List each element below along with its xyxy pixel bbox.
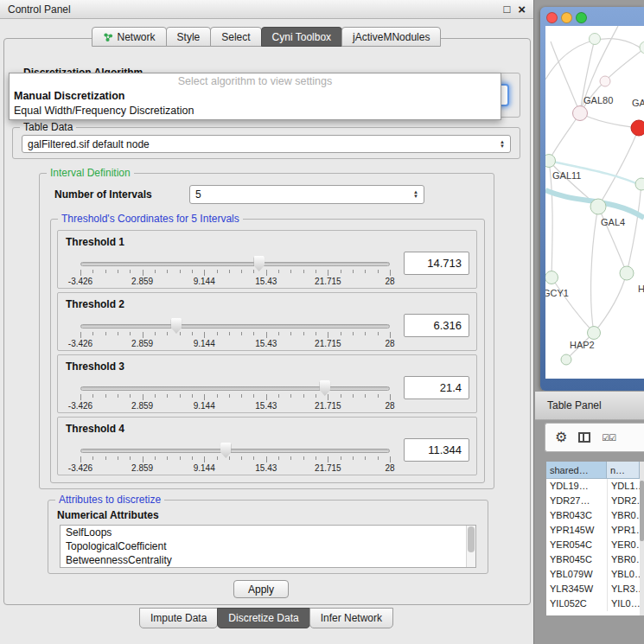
threshold-panel-threshold-3: Threshold 3-3.4262.8599.14415.4321.71528… bbox=[57, 354, 477, 413]
slider-ticks bbox=[80, 394, 390, 401]
settings-gear-icon[interactable]: ⚙ bbox=[555, 430, 567, 444]
table-panel-title: Table Panel bbox=[547, 399, 602, 411]
tick-mark bbox=[253, 456, 254, 460]
slider-track bbox=[80, 324, 390, 328]
tick-mark bbox=[167, 332, 168, 335]
float-window-icon[interactable]: □ bbox=[503, 3, 510, 16]
list-scrollbar-thumb[interactable] bbox=[468, 526, 475, 552]
network-edge bbox=[594, 273, 627, 333]
tick-mark bbox=[130, 394, 131, 398]
column-header-name[interactable]: n… bbox=[607, 462, 640, 479]
network-node-gal80[interactable] bbox=[573, 106, 588, 121]
network-node-h[interactable] bbox=[620, 266, 634, 280]
threshold-value-field[interactable]: 21.4 bbox=[404, 376, 469, 399]
table-row[interactable]: YPR145WYPR1… bbox=[546, 523, 644, 538]
table-row[interactable]: YBR043CYBR0… bbox=[546, 508, 644, 523]
tab-style[interactable]: Style bbox=[166, 27, 212, 47]
close-window-icon[interactable]: × bbox=[518, 3, 526, 16]
axis-label: 2.859 bbox=[131, 277, 153, 286]
network-view-window: GAL80GAGAL11GAL4GCY1HHAP2 bbox=[540, 7, 644, 391]
network-node-gal4[interactable] bbox=[590, 199, 606, 214]
table-row[interactable]: YDL19…YDL1… bbox=[546, 479, 644, 494]
tick-mark bbox=[204, 332, 205, 338]
tick-mark bbox=[341, 332, 341, 335]
tick-mark bbox=[328, 270, 328, 276]
tab-jactivemnodules[interactable]: jActiveMNodules bbox=[341, 27, 441, 47]
tick-mark bbox=[105, 270, 106, 273]
cell-shared-name: YPR145W bbox=[546, 523, 607, 538]
network-edge bbox=[549, 113, 580, 161]
table-data-combobox[interactable]: galFiltered.sif default node ▲▼ bbox=[22, 135, 511, 153]
network-node[interactable] bbox=[600, 76, 610, 86]
axis-label: 9.144 bbox=[194, 339, 215, 348]
tab-infer-network[interactable]: Infer Network bbox=[309, 608, 393, 628]
table-row[interactable]: YIL052CYIL0… bbox=[546, 596, 644, 611]
attribute-list-item[interactable]: BetweennessCentrality bbox=[61, 553, 475, 567]
tab-select[interactable]: Select bbox=[210, 27, 261, 47]
slider-ticks bbox=[80, 456, 390, 463]
table-header-row: shared… n… bbox=[546, 462, 644, 479]
network-canvas[interactable]: GAL80GAGAL11GAL4GCY1HHAP2 bbox=[545, 26, 644, 379]
mac-minimize-button[interactable] bbox=[561, 12, 572, 23]
threshold-value-field[interactable]: 6.316 bbox=[404, 314, 469, 337]
tick-mark bbox=[229, 332, 230, 335]
number-of-intervals-combobox[interactable]: 5 ▲▼ bbox=[189, 185, 424, 204]
tick-mark bbox=[229, 456, 230, 460]
tick-mark bbox=[390, 270, 391, 276]
tab-discretize-data[interactable]: Discretize Data bbox=[217, 608, 309, 628]
column-visibility-icon[interactable] bbox=[578, 432, 590, 443]
network-node-gcy1[interactable] bbox=[545, 271, 558, 284]
table-row[interactable]: YDR27…YDR2… bbox=[546, 494, 644, 508]
tick-mark bbox=[241, 270, 242, 273]
network-node-ga[interactable] bbox=[631, 120, 644, 136]
table-row[interactable]: YBL079WYBL0… bbox=[546, 567, 644, 582]
network-node[interactable] bbox=[561, 354, 571, 365]
tick-mark bbox=[365, 394, 366, 398]
slider-track bbox=[80, 262, 390, 266]
cell-name: YDR2… bbox=[607, 494, 640, 508]
threshold-slider[interactable]: -3.4262.8599.14415.4321.71528 bbox=[80, 231, 390, 290]
attribute-list-item[interactable]: TopologicalCoefficient bbox=[61, 539, 475, 553]
apply-button[interactable]: Apply bbox=[233, 580, 289, 598]
threshold-value-field[interactable]: 11.344 bbox=[404, 438, 469, 462]
attribute-list-item[interactable]: SelfLoops bbox=[61, 526, 475, 539]
network-icon bbox=[103, 32, 113, 42]
threshold-slider[interactable]: -3.4262.8599.14415.4321.71528 bbox=[80, 293, 390, 352]
table-scrollbar[interactable] bbox=[640, 462, 644, 615]
row-select-icon[interactable]: ☑☑ bbox=[602, 433, 615, 443]
mac-zoom-button[interactable] bbox=[576, 12, 587, 23]
tick-mark bbox=[341, 456, 341, 460]
network-node[interactable] bbox=[590, 34, 601, 45]
threshold-slider[interactable]: -3.4262.8599.14415.4321.71528 bbox=[80, 355, 390, 414]
tick-mark bbox=[290, 456, 291, 460]
tick-mark bbox=[290, 332, 291, 335]
table-scrollbar-thumb[interactable] bbox=[640, 481, 644, 541]
slider-axis-labels: -3.4262.8599.14415.4321.71528 bbox=[80, 277, 390, 287]
table-row[interactable]: YER054CYER0… bbox=[546, 538, 644, 552]
tab-impute-data[interactable]: Impute Data bbox=[139, 608, 218, 628]
network-node[interactable] bbox=[635, 178, 644, 190]
tick-mark bbox=[353, 270, 354, 273]
network-node-hap2[interactable] bbox=[588, 327, 601, 340]
dropdown-item-select-algorithm-to-view-setti[interactable]: Select algorithm to view settings bbox=[10, 74, 501, 89]
table-row[interactable]: YLR345WYLR3… bbox=[546, 582, 644, 596]
mac-close-button[interactable] bbox=[546, 12, 558, 23]
threshold-value-field[interactable]: 14.713 bbox=[404, 252, 469, 275]
table-row[interactable]: YBR045CYBR0… bbox=[546, 552, 644, 567]
tab-network[interactable]: Network bbox=[92, 27, 167, 47]
dropdown-item-equal-width-frequency-discreti[interactable]: Equal Width/Frequency Discretization bbox=[10, 104, 501, 118]
cell-name: YIL0… bbox=[607, 596, 640, 611]
tick-mark bbox=[118, 332, 118, 335]
tick-mark bbox=[241, 456, 242, 460]
dropdown-item-manual-discretization[interactable]: Manual Discretization bbox=[10, 89, 501, 104]
column-header-shared-name[interactable]: shared… bbox=[546, 462, 607, 479]
list-scrollbar[interactable] bbox=[466, 526, 475, 567]
threshold-slider[interactable]: -3.4262.8599.14415.4321.71528 bbox=[80, 418, 390, 476]
cell-shared-name: YBR043C bbox=[546, 508, 607, 523]
numerical-attributes-list[interactable]: SelfLoopsTopologicalCoefficientBetweenne… bbox=[60, 525, 476, 568]
tick-mark bbox=[105, 332, 106, 335]
tab-cyni-toolbox[interactable]: Cyni Toolbox bbox=[261, 27, 342, 47]
axis-label: 28 bbox=[385, 277, 394, 286]
axis-label: -3.426 bbox=[68, 463, 92, 473]
network-node-gal11[interactable] bbox=[545, 155, 556, 168]
